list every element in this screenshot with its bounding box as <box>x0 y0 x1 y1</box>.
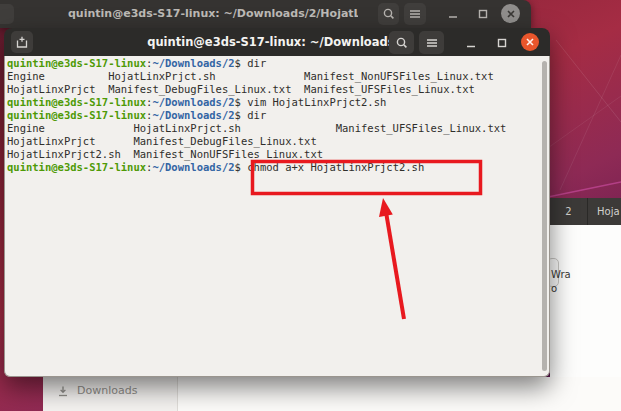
download-icon <box>57 385 69 397</box>
minimize-icon <box>465 37 477 49</box>
terminal-line: HojatLinxPrjct2.sh Manifest_NonUFSFiles_… <box>7 148 549 161</box>
search-icon <box>395 36 409 50</box>
maximize-icon <box>496 37 508 49</box>
terminal-line: quintin@e3ds-S17-linux:~/Downloads/2$ di… <box>7 57 549 70</box>
terminal-close-button[interactable] <box>521 33 539 51</box>
background-search-button[interactable] <box>378 3 399 25</box>
file-manager-content[interactable] <box>178 377 621 411</box>
background-terminal-titlebar[interactable]: quintin@e3ds-S17-linux: ~/Downloads/2/Ho… <box>0 0 531 28</box>
background-minimize-button[interactable] <box>444 3 462 25</box>
editor-text-line: o <box>551 283 557 294</box>
file-manager-window: Downloads <box>43 377 621 411</box>
terminal-line: Engine HojatLinxPrjct.sh Manifest_UFSFil… <box>7 122 549 135</box>
sidebar-item-downloads[interactable]: Downloads <box>43 377 177 397</box>
terminal-menu-button[interactable] <box>419 31 444 54</box>
close-icon <box>525 37 535 47</box>
desktop: quintin@e3ds-S17-linux: ~/Downloads/2/Ho… <box>0 0 621 411</box>
terminal-line: HojatLinxPrjct Manifest_DebugFiles_Linux… <box>7 83 549 96</box>
editor-tab-2[interactable]: 2 <box>550 198 588 225</box>
editor-tab-hoja[interactable]: Hoja <box>588 198 621 225</box>
background-close-button[interactable] <box>501 4 520 23</box>
file-manager-sidebar: Downloads <box>43 377 178 411</box>
terminal-line: quintin@e3ds-S17-linux:~/Downloads/2$ ch… <box>7 161 549 174</box>
terminal-maximize-button[interactable] <box>493 31 511 54</box>
editor-text-line: Wra <box>551 269 571 280</box>
background-maximize-button[interactable] <box>474 3 492 25</box>
background-newtab-button[interactable] <box>0 4 14 24</box>
terminal-body[interactable]: quintin@e3ds-S17-linux:~/Downloads/2$ di… <box>4 56 550 377</box>
terminal-line: HojatLinxPrjct Manifest_DebugFiles_Linux… <box>7 135 549 148</box>
terminal-scrollbar[interactable] <box>542 61 547 371</box>
search-icon <box>382 7 396 21</box>
terminal-line: Engine HojatLinxPrjct.sh Manifest_NonUFS… <box>7 70 549 83</box>
background-window-title: quintin@e3ds-S17-linux: ~/Downloads/2/Ho… <box>68 7 358 20</box>
terminal-minimize-button[interactable] <box>462 31 480 54</box>
terminal-line: quintin@e3ds-S17-linux:~/Downloads/2$ di… <box>7 109 549 122</box>
editor-tab-bar: 2 Hoja <box>550 198 621 225</box>
background-menu-button[interactable] <box>404 3 426 25</box>
terminal-output: quintin@e3ds-S17-linux:~/Downloads/2$ di… <box>7 57 549 174</box>
minimize-icon <box>447 8 459 20</box>
terminal-search-button[interactable] <box>389 31 414 54</box>
menu-icon <box>408 7 422 21</box>
menu-icon <box>425 36 439 50</box>
terminal-line: quintin@e3ds-S17-linux:~/Downloads/2$ vi… <box>7 96 549 109</box>
maximize-icon <box>477 8 489 20</box>
close-icon <box>506 9 516 19</box>
terminal-titlebar[interactable]: quintin@e3ds-S17-linux: ~/Downloads/2 <box>4 28 550 56</box>
terminal-window: quintin@e3ds-S17-linux: ~/Downloads/2 <box>4 28 550 377</box>
sidebar-item-label: Downloads <box>77 384 137 397</box>
